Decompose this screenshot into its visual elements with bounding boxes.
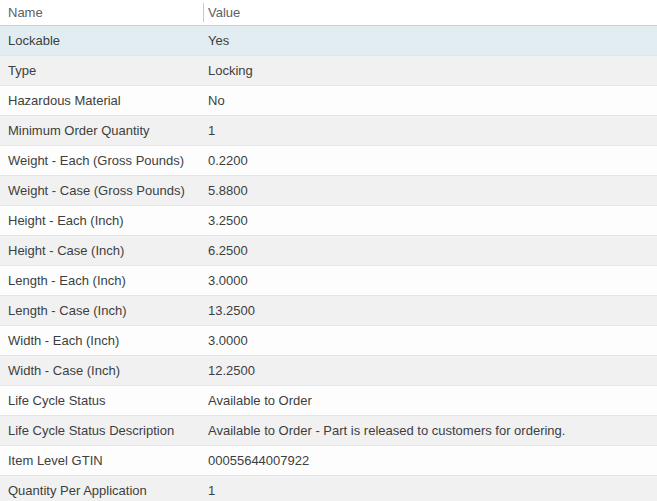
row-value-cell: 3.2500 — [203, 213, 657, 228]
row-value-cell: 6.2500 — [203, 243, 657, 258]
table-row[interactable]: Width - Each (Inch) 3.0000 — [0, 325, 657, 355]
row-value-cell: 00055644007922 — [203, 453, 657, 468]
table-row[interactable]: Minimum Order Quantity 1 — [0, 115, 657, 145]
row-value-cell: 1 — [203, 483, 657, 498]
row-value-cell: Available to Order — [203, 393, 657, 408]
table-header: Name Value — [0, 0, 657, 25]
table-row[interactable]: Weight - Each (Gross Pounds) 0.2200 — [0, 145, 657, 175]
row-value-cell: 3.0000 — [203, 273, 657, 288]
column-header-name[interactable]: Name — [0, 5, 203, 20]
row-value-cell: 0.2200 — [203, 153, 657, 168]
table-row[interactable]: Item Level GTIN 00055644007922 — [0, 445, 657, 475]
row-value-cell: 1 — [203, 123, 657, 138]
row-name-cell: Height - Case (Inch) — [0, 243, 203, 258]
table-row[interactable]: Height - Case (Inch) 6.2500 — [0, 235, 657, 265]
row-name-cell: Minimum Order Quantity — [0, 123, 203, 138]
row-value-cell: Locking — [203, 63, 657, 78]
row-value-cell: 13.2500 — [203, 303, 657, 318]
row-name-cell: Width - Case (Inch) — [0, 363, 203, 378]
table-row[interactable]: Width - Case (Inch) 12.2500 — [0, 355, 657, 385]
row-name-cell: Height - Each (Inch) — [0, 213, 203, 228]
table-row[interactable]: Height - Each (Inch) 3.2500 — [0, 205, 657, 235]
table-row[interactable]: Quantity Per Application 1 — [0, 475, 657, 501]
row-name-cell: Life Cycle Status — [0, 393, 203, 408]
row-name-cell: Width - Each (Inch) — [0, 333, 203, 348]
row-name-cell: Length - Each (Inch) — [0, 273, 203, 288]
row-value-cell: No — [203, 93, 657, 108]
table-row[interactable]: Type Locking — [0, 55, 657, 85]
column-header-value[interactable]: Value — [203, 0, 657, 25]
column-divider — [203, 3, 204, 22]
table-row[interactable]: Length - Each (Inch) 3.0000 — [0, 265, 657, 295]
row-name-cell: Weight - Case (Gross Pounds) — [0, 183, 203, 198]
table-row[interactable]: Hazardous Material No — [0, 85, 657, 115]
row-name-cell: Lockable — [0, 33, 203, 48]
table-row[interactable]: Life Cycle Status Description Available … — [0, 415, 657, 445]
row-name-cell: Quantity Per Application — [0, 483, 203, 498]
row-value-cell: Available to Order - Part is released to… — [203, 423, 657, 438]
row-name-cell: Item Level GTIN — [0, 453, 203, 468]
column-header-value-label: Value — [208, 5, 240, 20]
row-name-cell: Weight - Each (Gross Pounds) — [0, 153, 203, 168]
row-name-cell: Life Cycle Status Description — [0, 423, 203, 438]
table-row[interactable]: Length - Case (Inch) 13.2500 — [0, 295, 657, 325]
table-row[interactable]: Lockable Yes — [0, 25, 657, 55]
row-name-cell: Hazardous Material — [0, 93, 203, 108]
table-row[interactable]: Weight - Case (Gross Pounds) 5.8800 — [0, 175, 657, 205]
row-name-cell: Length - Case (Inch) — [0, 303, 203, 318]
row-value-cell: 3.0000 — [203, 333, 657, 348]
table-row[interactable]: Life Cycle Status Available to Order — [0, 385, 657, 415]
row-value-cell: 12.2500 — [203, 363, 657, 378]
table-body: Lockable Yes Type Locking Hazardous Mate… — [0, 25, 657, 501]
attributes-table: Name Value Lockable Yes Type Locking Haz… — [0, 0, 657, 501]
row-value-cell: 5.8800 — [203, 183, 657, 198]
row-name-cell: Type — [0, 63, 203, 78]
row-value-cell: Yes — [203, 33, 657, 48]
